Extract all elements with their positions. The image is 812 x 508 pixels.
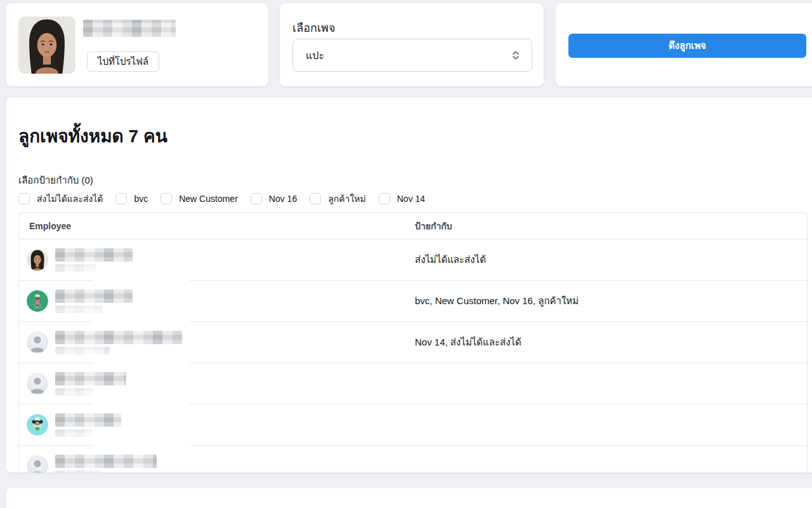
selected-page-value: แปะ (306, 48, 324, 64)
pull-followers-button[interactable]: ดึงลูกเพจ (568, 34, 806, 58)
filter-item[interactable]: Nov 16 (251, 193, 297, 204)
checkbox-icon[interactable] (379, 193, 390, 204)
checkbox-icon[interactable] (310, 193, 321, 204)
teal-cartoon-avatar (27, 414, 48, 436)
go-to-profile-button[interactable]: ไปที่โปรไฟล์ (87, 51, 159, 72)
next-section-card (5, 487, 812, 508)
filter-label: ลูกค้าใหม่ (328, 192, 366, 206)
employee-cell (19, 413, 415, 437)
filter-label: bvc (134, 194, 148, 204)
default-person-avatar (27, 373, 48, 394)
blurred-profile-name (83, 20, 176, 37)
chevron-up-down-icon (511, 49, 520, 62)
default-person-avatar (27, 331, 48, 353)
page-select-dropdown[interactable]: แปะ (292, 39, 532, 72)
blurred-employee-name (55, 372, 126, 396)
followers-card: ลูกเพจทั้งหมด 7 คน เลือกป้ายกำกับ (0) ส่… (5, 97, 812, 473)
table-row[interactable]: ส่งไม่ได้และส่งได้ (19, 239, 807, 281)
filter-item[interactable]: Nov 14 (379, 193, 425, 204)
blurred-employee-name (55, 290, 133, 313)
profile-avatar (18, 17, 75, 74)
employee-cell (19, 455, 415, 474)
column-header-employee: Employee (19, 221, 415, 231)
page-select-label: เลือกเพจ (292, 18, 335, 37)
label-filter-row: ส่งไม่ได้และส่งได้ bvc New Customer Nov … (18, 191, 425, 206)
blurred-employee-name (55, 413, 121, 437)
filter-item[interactable]: ส่งไม่ได้และส่งได้ (18, 192, 103, 206)
employee-cell (19, 290, 415, 313)
filter-item[interactable]: ลูกค้าใหม่ (310, 192, 366, 206)
checkbox-icon[interactable] (115, 193, 127, 204)
page: ไปที่โปรไฟล์ เลือกเพจ แปะ ดึงลูกเพจ ลูกเ… (0, 0, 812, 508)
label-filter-caption: เลือกป้ายกำกับ (0) (18, 173, 93, 188)
blurred-employee-name (55, 248, 133, 272)
filter-label: ส่งไม่ได้และส่งได้ (37, 192, 103, 206)
filter-item[interactable]: New Customer (160, 193, 238, 204)
labels-cell: Nov 14, ส่งไม่ได้และส่งได้ (415, 335, 807, 350)
checkbox-icon[interactable] (251, 193, 262, 204)
filter-label: Nov 14 (397, 194, 425, 204)
default-person-avatar (27, 455, 48, 473)
employee-cell (19, 331, 415, 354)
employee-cell (19, 248, 415, 272)
green-cartoon-avatar (27, 290, 48, 312)
followers-title: ลูกเพจทั้งหมด 7 คน (18, 123, 167, 150)
checkbox-icon[interactable] (18, 193, 30, 204)
profile-card: ไปที่โปรไฟล์ (5, 3, 269, 87)
blurred-employee-name (55, 455, 157, 474)
woman-photo-avatar (27, 249, 48, 271)
table-header: Employee ป้ายกำกับ (19, 213, 807, 239)
filter-item[interactable]: bvc (115, 193, 148, 204)
blurred-employee-name (55, 331, 182, 354)
checkbox-icon[interactable] (160, 193, 172, 204)
employee-cell (19, 372, 415, 396)
action-card: ดึงลูกเพจ (555, 3, 812, 87)
column-header-labels: ป้ายกำกับ (415, 219, 807, 233)
page-select-card: เลือกเพจ แปะ (279, 3, 544, 87)
labels-cell: bvc, New Customer, Nov 16, ลูกค้าใหม่ (415, 293, 807, 309)
filter-label: New Customer (179, 194, 238, 204)
filter-label: Nov 16 (269, 194, 297, 204)
labels-cell: ส่งไม่ได้และส่งได้ (415, 252, 807, 267)
